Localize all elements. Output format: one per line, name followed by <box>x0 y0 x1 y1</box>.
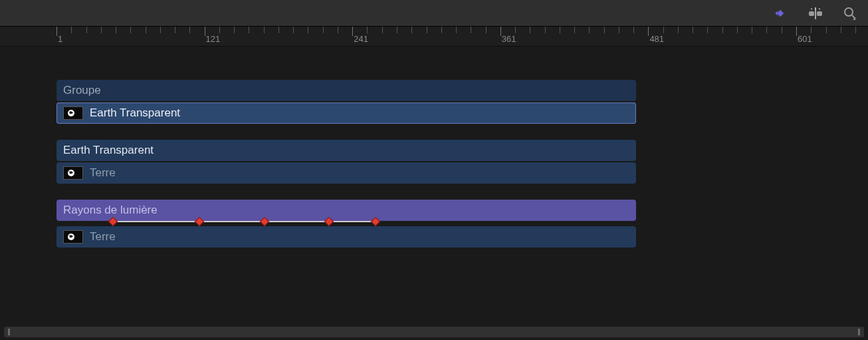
earth-thumb-icon <box>63 166 83 180</box>
svg-point-7 <box>815 8 816 9</box>
timeline-tracks-area: Groupe Earth Transparent Earth Transpare… <box>0 47 868 313</box>
layer-header-label: Earth Transparent <box>63 144 154 157</box>
group-header-label: Groupe <box>63 84 101 97</box>
effect-header-label: Rayons de lumière <box>63 204 158 217</box>
earth-thumb-icon <box>63 230 83 244</box>
snapping-button[interactable] <box>807 5 824 22</box>
layer-body-clip[interactable]: Terre <box>56 162 636 184</box>
scrollbar-handle-left[interactable] <box>8 329 10 335</box>
timeline-ruler[interactable]: 1121241361481601 <box>0 27 868 47</box>
effect-body-label: Terre <box>90 230 116 244</box>
layer-header-clip[interactable]: Earth Transparent <box>56 140 636 161</box>
layer-body-label: Terre <box>90 166 116 180</box>
svg-point-6 <box>811 8 812 9</box>
ruler-label: 481 <box>649 34 664 44</box>
svg-marker-1 <box>777 9 784 16</box>
track-effect-lightrays: Rayons de lumière Terre <box>56 200 868 248</box>
svg-point-8 <box>819 8 820 9</box>
timeline-toolbar <box>0 0 868 27</box>
keyframe-nav-button[interactable] <box>772 5 790 22</box>
ruler-label: 241 <box>354 34 368 44</box>
horizontal-scrollbar[interactable] <box>4 327 864 337</box>
svg-rect-3 <box>809 11 814 16</box>
group-body-label: Earth Transparent <box>90 106 180 120</box>
effect-body-clip[interactable]: Terre <box>56 226 636 248</box>
effect-header-clip[interactable]: Rayons de lumière <box>56 200 636 221</box>
ruler-label: 361 <box>502 34 516 44</box>
ruler-label: 601 <box>798 34 812 44</box>
track-group: Groupe Earth Transparent <box>56 80 868 124</box>
ruler-label: 1 <box>58 34 62 44</box>
group-body-clip[interactable]: Earth Transparent <box>56 102 636 124</box>
scrollbar-handle-right[interactable] <box>858 329 860 335</box>
ruler-label: 121 <box>206 34 221 44</box>
zoom-button[interactable] <box>841 5 859 22</box>
track-layer-earth: Earth Transparent Terre <box>56 140 868 184</box>
svg-point-9 <box>845 8 853 16</box>
svg-rect-4 <box>817 11 822 16</box>
earth-thumb-icon <box>63 106 83 120</box>
group-header-clip[interactable]: Groupe <box>56 80 636 101</box>
